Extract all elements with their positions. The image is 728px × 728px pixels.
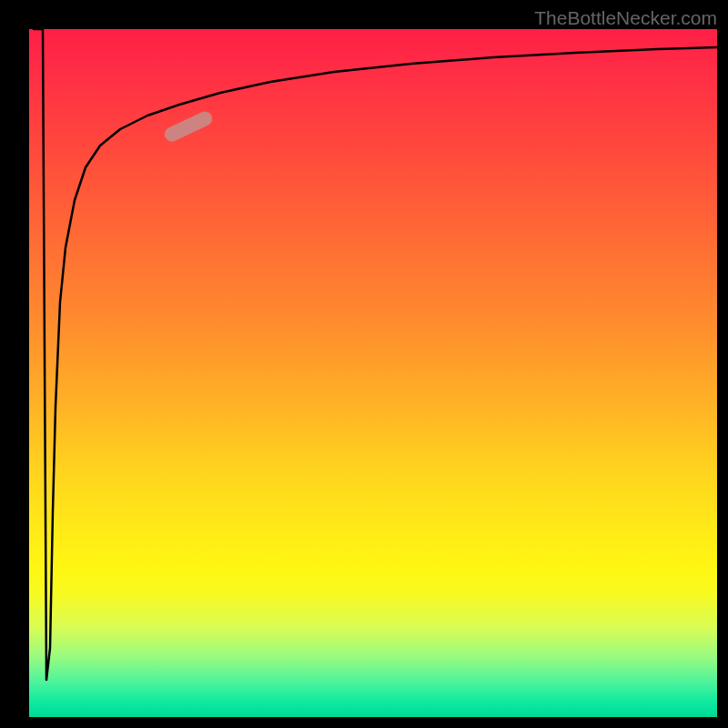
svg-rect-0 xyxy=(162,109,215,144)
curve-marker xyxy=(162,109,215,144)
plot-area xyxy=(29,29,717,717)
attribution-text: TheBottleNecker.com xyxy=(534,7,717,29)
curve-line xyxy=(29,29,717,717)
bottleneck-curve-path xyxy=(34,29,717,680)
chart-frame xyxy=(29,29,717,717)
